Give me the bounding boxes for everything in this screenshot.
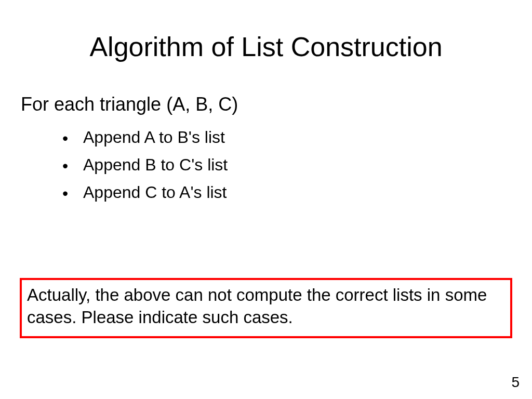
page-number: 5 [511, 374, 520, 391]
highlighted-note: Actually, the above can not compute the … [20, 278, 512, 338]
list-item: Append C to A's list [62, 183, 228, 203]
intro-line: For each triangle (A, B, C) [21, 94, 238, 115]
slide-title: Algorithm of List Construction [0, 31, 532, 62]
list-item: Append A to B's list [62, 128, 228, 148]
list-item: Append B to C's list [62, 155, 228, 176]
bullet-list: Append A to B's list Append B to C's lis… [62, 121, 228, 203]
slide: Algorithm of List Construction For each … [0, 0, 532, 399]
